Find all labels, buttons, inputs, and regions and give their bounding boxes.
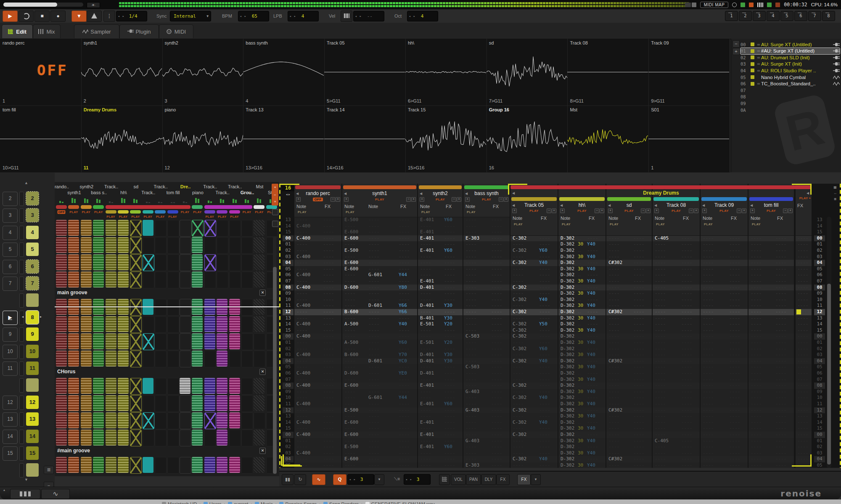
pattern-row[interactable]: ‑‑‑‑‑‑‑‑: [606, 413, 652, 420]
pattern-row[interactable]: ‑‑‑‑‑‑‑‑: [463, 358, 510, 364]
fkey-button-4[interactable]: 4: [767, 11, 780, 21]
scope-cell-dreamy-drums[interactable]: Dreamy Drums11: [81, 106, 163, 173]
matrix-cell[interactable]: [217, 220, 228, 237]
group-colorbar[interactable]: [510, 185, 812, 189]
matrix-cell[interactable]: [241, 430, 253, 446]
pattern-row[interactable]: ‑‑‑‑‑‑‑‑: [606, 432, 652, 438]
sequence-slot-number-15[interactable]: 15: [3, 446, 18, 461]
pattern-row[interactable]: ‑‑‑‑‑‑‑‑: [653, 383, 700, 389]
pattern-row[interactable]: D-30230Y40: [558, 413, 606, 420]
fkey-button-6[interactable]: 6: [794, 11, 807, 21]
matrix-option-button[interactable]: [272, 209, 278, 215]
matrix-option-button[interactable]: [272, 221, 278, 227]
editor-scrollbar-track[interactable]: [827, 217, 831, 468]
pattern-row[interactable]: E-500‑‑‑‑‑‑‑‑: [342, 407, 417, 414]
matrix-track-state-play[interactable]: PLAY: [255, 210, 264, 214]
fkey-button-8[interactable]: 8: [822, 11, 835, 21]
pattern-row[interactable]: ‑‑‑‑‑‑‑‑: [748, 352, 794, 358]
matrix-cell[interactable]: [130, 430, 142, 446]
matrix-cell[interactable]: [143, 333, 154, 350]
matrix-cell[interactable]: [254, 351, 265, 367]
pattern-row[interactable]: ‑‑‑‑‑‑‑‑: [653, 358, 700, 364]
pattern-row[interactable]: C#302‑‑‑‑: [606, 358, 652, 364]
pattern-row[interactable]: D-302‥‑‑‑‑: [558, 420, 606, 426]
scopes-toggle-button[interactable]: ∿: [41, 489, 70, 499]
pattern-row[interactable]: ‑‑‑‑‑‑‑‑: [510, 444, 558, 450]
pattern-row[interactable]: ‑‑‑‑‑‑‑‑: [294, 327, 341, 334]
remove-column-button[interactable]: −: [595, 208, 599, 213]
matrix-cell[interactable]: [167, 220, 179, 237]
pattern-row[interactable]: ‑‑‑‑‑‑‑‑: [653, 395, 700, 401]
matrix-cell[interactable]: [130, 272, 142, 288]
pattern-row[interactable]: ‑‑‑‑‑‑‑‑: [748, 340, 794, 346]
pattern-row[interactable]: ‑‑‑‑‑‑‑‑: [653, 321, 700, 327]
pattern-row[interactable]: ‑‑‑‑‑‑‑‑: [510, 413, 558, 420]
sequence-mute-slot[interactable]: [19, 293, 24, 308]
group-collapse-icon[interactable]: ◀: [512, 191, 515, 195]
grid-icon-button[interactable]: [439, 474, 450, 485]
pattern-row[interactable]: ‑‑‑‑‑‑‑‑: [606, 364, 652, 370]
pattern-prev-arrow[interactable]: ◂: [22, 315, 24, 319]
instrument-item-0A[interactable]: 0A: [741, 107, 840, 113]
toggle-icon[interactable]: [685, 3, 696, 7]
pattern-row[interactable]: E-500‑‑‑‑‑‑‑‑: [342, 444, 417, 450]
matrix-cell[interactable]: [143, 457, 153, 473]
pattern-row[interactable]: ‑‑‑‑‑‑‑‑: [701, 450, 748, 457]
sequence-slot-number-7[interactable]: 7: [3, 277, 18, 291]
matrix-subtrack-state-play[interactable]: PLAY: [144, 215, 153, 219]
pattern-row[interactable]: C-400‑‑‑‑: [294, 432, 341, 438]
group-fx-row[interactable]: ‑‑‑‑: [796, 333, 812, 340]
matrix-cell[interactable]: [180, 378, 190, 394]
sequence-slot-number-12[interactable]: 12: [3, 396, 18, 410]
pattern-row[interactable]: ‑‑‑‑‑‑‑‑: [418, 407, 463, 414]
pattern-row[interactable]: D-30230Y40: [558, 340, 606, 346]
matrix-cell[interactable]: [192, 237, 203, 253]
pattern-row[interactable]: D-30230Y40: [558, 364, 606, 370]
pattern-row[interactable]: ‑‑‑‑‑‑‑‑: [653, 420, 700, 426]
matrix-cell[interactable]: [118, 333, 129, 349]
matrix-cell[interactable]: [106, 430, 116, 446]
pattern-row[interactable]: ‑‑‑‑‑‑‑‑: [463, 248, 510, 254]
tab-plugin[interactable]: Plugin: [119, 24, 159, 38]
master-volume-slider[interactable]: [3, 3, 83, 7]
pattern-row[interactable]: C-302Y40: [510, 420, 558, 426]
pattern-row[interactable]: ‑‑‑‑‑‑‑‑: [653, 425, 700, 432]
matrix-cell[interactable]: [204, 395, 215, 411]
pattern-row[interactable]: C-302Y40: [510, 358, 558, 364]
pattern-row[interactable]: C-400‑‑‑‑: [294, 352, 341, 358]
pattern-row[interactable]: E-600‑‑‑‑‑‑‑‑: [342, 420, 417, 426]
matrix-cell[interactable]: [56, 395, 67, 411]
pattern-row[interactable]: ‑‑‑‑‑‑‑‑: [606, 444, 652, 450]
bpm-stepper[interactable]: ◂▸65: [238, 11, 269, 21]
pattern-row[interactable]: D-30230Y40: [558, 278, 606, 285]
group-fx-row[interactable]: ‑‑‑‑: [796, 364, 812, 370]
sequence-mute-slot[interactable]: [19, 208, 24, 223]
matrix-cell[interactable]: [118, 272, 129, 288]
pattern-row[interactable]: ‑‑‑‑‑‑‑‑: [463, 395, 510, 401]
pattern-row[interactable]: ‑‑‑‑‑‑‑‑: [701, 413, 748, 420]
pattern-row[interactable]: D-30230Y40: [558, 241, 606, 248]
matrix-cell[interactable]: [56, 316, 67, 332]
play-button[interactable]: ▶: [3, 11, 18, 22]
group-fx-row[interactable]: ‑‑‑‑: [796, 266, 812, 272]
pattern-row[interactable]: C-400‑‑‑‑: [294, 370, 341, 377]
pattern-row[interactable]: ‑‑‑‑‑‑‑‑: [418, 309, 463, 315]
pattern-row[interactable]: ‑‑‑‑‑‑‑‑: [510, 266, 558, 272]
pattern-row[interactable]: ‑‑‑‑‑‑‑‑: [653, 364, 700, 370]
matrix-cell[interactable]: [167, 457, 179, 474]
pattern-row[interactable]: ‑‑‑‑‑‑‑‑: [463, 217, 510, 223]
pattern-row[interactable]: ‑‑‑‑‑‑‑‑: [606, 425, 652, 432]
matrix-cell[interactable]: [167, 299, 179, 316]
group-fx-row[interactable]: ‑‑‑‑: [796, 346, 812, 352]
pattern-row[interactable]: ‑‑‑‑‑‑‑‑: [748, 315, 794, 322]
matrix-cell[interactable]: [143, 254, 154, 271]
path-segment[interactable]: Song Renders: [323, 501, 359, 504]
pattern-row[interactable]: ‑‑‑‑‑‑‑‑: [748, 321, 794, 327]
pattern-row[interactable]: C-302‑‑‑‑: [510, 333, 558, 340]
pattern-row[interactable]: ‑‑‑‑G-601Y44: [342, 272, 417, 278]
pattern-row[interactable]: ‑‑‑‑‑‑‑‑: [510, 401, 558, 407]
sequence-slot-number-2[interactable]: 2: [3, 192, 18, 206]
matrix-cell[interactable]: [192, 430, 203, 446]
pattern-row[interactable]: ‑‑‑‑‑‑‑‑: [653, 278, 700, 285]
pattern-row[interactable]: ‑‑‑‑‑‑‑‑: [418, 297, 463, 303]
